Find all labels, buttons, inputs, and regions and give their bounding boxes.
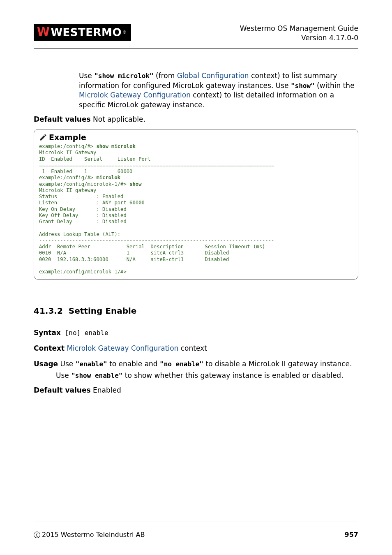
syntax-label: Syntax: [34, 328, 61, 337]
prompt: example:/config/#>: [39, 175, 96, 180]
code-enable: "enable": [76, 360, 107, 368]
page-header: WWESTERMO® Westermo OS Management Guide …: [34, 24, 358, 43]
default-values-value: Not applicable.: [91, 115, 145, 123]
example-box: Example example:/config/#> show microlok…: [34, 129, 358, 280]
logo: WWESTERMO®: [34, 24, 131, 41]
prompt: example:/config/#>: [39, 143, 96, 149]
page-number: 957: [345, 531, 358, 539]
text: Use: [79, 72, 94, 80]
usage-label: Usage: [34, 360, 58, 368]
copyright: c2015 Westermo Teleindustri AB: [34, 531, 145, 539]
pencil-icon: [39, 133, 47, 141]
out: Microlok II Gateway: [39, 150, 96, 155]
logo-mark: W: [37, 25, 50, 39]
prompt: example:/config/microlok-1/#>: [39, 181, 129, 187]
context-label: Context: [34, 344, 65, 352]
terminal-output: example:/config/#> show microlok Microlo…: [39, 143, 353, 275]
doc-version: Version 4.17.0-0: [240, 33, 358, 43]
out: ========================================…: [39, 162, 274, 168]
syntax-value: [no] enable: [61, 329, 108, 337]
usage-body: Use "show enable" to show whether this g…: [56, 371, 358, 381]
logo-registered: ®: [122, 30, 127, 35]
header-title-block: Westermo OS Management Guide Version 4.1…: [240, 24, 358, 43]
section-heading: 41.3.2 Setting Enable: [34, 306, 358, 316]
page-footer: c2015 Westermo Teleindustri AB 957: [34, 531, 358, 539]
out: 1 Enabled 1 60000: [39, 169, 132, 174]
default-values-label-2: Default values: [34, 386, 91, 394]
usage-row: Usage Use "enable" to enable and "no ena…: [34, 359, 358, 369]
code-no-enable: "no enable": [160, 360, 203, 368]
prompt: example:/config/microlok-1/#>: [39, 269, 127, 275]
out: ----------------------------------------…: [39, 238, 274, 243]
intro-paragraph: Use "show microlok" (from Global Configu…: [79, 71, 358, 110]
code-show-microlok: "show microlok": [94, 72, 154, 80]
section-number: 41.3.2: [34, 306, 63, 316]
out: ID Enabled Serial Listen Port: [39, 156, 151, 162]
text: (within the: [315, 81, 355, 90]
copyright-text: 2015 Westermo Teleindustri AB: [42, 531, 145, 539]
command: show microlok: [96, 143, 135, 149]
example-title-text: Example: [49, 133, 86, 142]
out: Microlok II gateway: [39, 187, 96, 193]
example-heading: Example: [39, 133, 353, 142]
text: Use: [56, 371, 71, 379]
intro-text: Use "show microlok" (from Global Configu…: [79, 71, 358, 110]
context-row: Context Microlok Gateway Configuration c…: [34, 344, 358, 354]
out: Grant Delay : Disabled: [39, 219, 127, 224]
link-global-configuration[interactable]: Global Configuration: [177, 72, 249, 80]
out: Addr Remote Peer Serial Description Sess…: [39, 244, 265, 250]
default-values-row-1: Default values Not applicable.: [34, 115, 358, 123]
link-microlok-gateway-configuration[interactable]: Microlok Gateway Configuration: [79, 91, 191, 99]
text: to show whether this gateway instance is…: [122, 371, 343, 379]
default-values-label: Default values: [34, 115, 91, 123]
default-values-value-2: Enabled: [91, 386, 121, 394]
out: Listen : ANY port 60000: [39, 200, 145, 206]
out: Address Lookup Table (ALT):: [39, 231, 120, 237]
usage-p2: Use "show enable" to show whether this g…: [56, 371, 358, 381]
text: to enable and: [107, 360, 160, 368]
text: to disable a MicroLok II gateway instanc…: [203, 360, 352, 368]
out: Key Off Delay : Disabled: [39, 213, 127, 218]
header-rule: [34, 49, 358, 49]
out: Key On Delay : Disabled: [39, 206, 127, 212]
syntax-row: Syntax [no] enable: [34, 328, 358, 338]
out: 0020 192.168.3.3:60000 N/A siteB-ctrl1 D…: [39, 257, 229, 262]
link-microlok-gateway-configuration-2[interactable]: Microlok Gateway Configuration: [67, 344, 178, 352]
logo-text: WESTERMO: [51, 26, 122, 39]
copyright-icon: c: [34, 532, 40, 538]
command: show: [129, 181, 141, 187]
section-title: Setting Enable: [69, 306, 137, 316]
command: microlok: [96, 175, 120, 180]
out: Status : Enabled: [39, 194, 123, 199]
text: (from: [154, 72, 177, 80]
footer-rule: [34, 522, 358, 522]
doc-title: Westermo OS Management Guide: [240, 24, 358, 33]
context-after: context: [178, 344, 207, 352]
out: 0010 N/A 1 siteA-ctrl3 Disabled: [39, 250, 229, 256]
text: Use: [58, 360, 76, 368]
code-show-enable: "show enable": [71, 372, 122, 379]
default-values-row-2: Default values Enabled: [34, 386, 358, 395]
code-show: "show": [291, 82, 315, 90]
